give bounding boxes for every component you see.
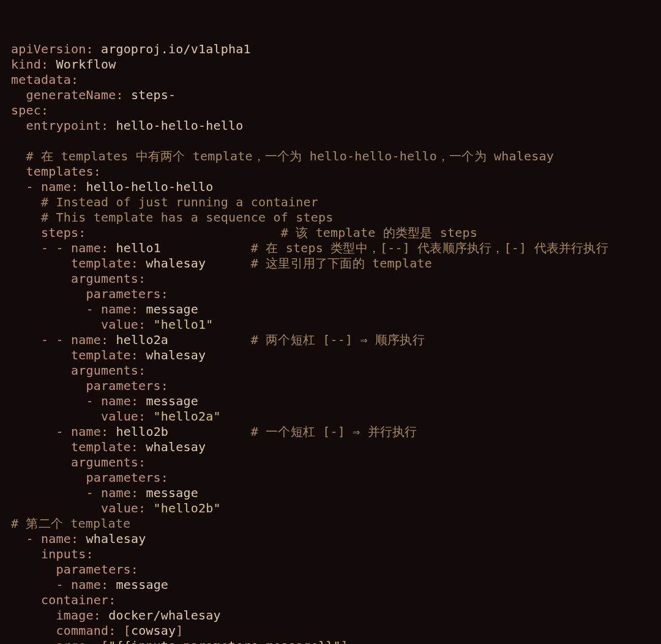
yaml-comment: # 该 template 的类型是 steps xyxy=(281,225,477,240)
code-line: apiVersion: argoproj.io/v1alpha1 xyxy=(11,42,251,56)
yaml-key: name: xyxy=(71,332,108,347)
code-line: arguments: xyxy=(11,363,146,378)
yaml-value: argoproj.io/v1alpha1 xyxy=(101,42,251,56)
code-line: parameters: xyxy=(11,470,168,485)
yaml-dash: - xyxy=(86,485,93,500)
yaml-value: hello2b xyxy=(116,424,168,439)
yaml-key: name: xyxy=(41,531,78,546)
yaml-comment: # 在 steps 类型中，[--] 代表顺序执行，[-] 代表并行执行 xyxy=(251,241,608,255)
yaml-key: name: xyxy=(101,394,138,408)
code-line: spec: xyxy=(11,103,48,118)
yaml-string: "hello2a" xyxy=(154,409,221,424)
yaml-value: whalesay xyxy=(146,440,206,454)
code-line: - - name: hello2a # 两个短杠 [--] ⇒ 顺序执行 xyxy=(11,332,425,347)
code-line: # This template has a sequence of steps xyxy=(11,210,333,225)
yaml-comment: # 两个短杠 [--] ⇒ 顺序执行 xyxy=(251,332,425,347)
code-line: # 第二个 template xyxy=(11,516,130,531)
code-line: - name: message xyxy=(11,577,168,592)
code-line: - - name: hello1 # 在 steps 类型中，[--] 代表顺序… xyxy=(11,241,608,255)
yaml-key: template: xyxy=(71,348,138,362)
yaml-key: template: xyxy=(71,256,138,271)
yaml-value: message xyxy=(146,485,198,500)
yaml-value: whalesay xyxy=(146,256,206,271)
yaml-key: args: xyxy=(56,638,93,644)
yaml-comment: # 这里引用了下面的 template xyxy=(251,256,432,271)
yaml-comment: # 在 templates 中有两个 template，一个为 hello-he… xyxy=(26,149,553,163)
yaml-value: steps- xyxy=(131,88,176,102)
code-block: apiVersion: argoproj.io/v1alpha1 kind: W… xyxy=(11,42,650,644)
yaml-value: message xyxy=(146,302,198,316)
bracket-open: [ xyxy=(124,623,131,638)
yaml-key: name: xyxy=(101,485,138,500)
bracket-open: [ xyxy=(101,638,108,644)
code-line: - name: whalesay xyxy=(11,531,146,546)
code-line: value: "hello2b" xyxy=(11,501,221,515)
yaml-dash: - xyxy=(56,424,63,439)
yaml-dash: - xyxy=(26,531,33,546)
yaml-key: steps: xyxy=(41,225,86,240)
yaml-key: value: xyxy=(101,317,146,332)
yaml-key: arguments: xyxy=(71,271,146,286)
yaml-value: hello-hello-hello xyxy=(116,118,243,133)
yaml-key: name: xyxy=(71,241,108,255)
yaml-key: inputs: xyxy=(41,547,94,561)
yaml-key: container: xyxy=(41,593,116,607)
yaml-key: templates: xyxy=(26,164,100,179)
yaml-key: name: xyxy=(71,424,108,439)
yaml-key: image: xyxy=(56,608,100,623)
code-line: # 在 templates 中有两个 template，一个为 hello-he… xyxy=(11,149,554,163)
code-line: parameters: xyxy=(11,562,138,577)
code-line: template: whalesay # 这里引用了下面的 template xyxy=(11,256,432,271)
code-line: steps: # 该 template 的类型是 steps xyxy=(11,225,477,240)
yaml-string: "hello1" xyxy=(154,317,214,332)
code-line: template: whalesay xyxy=(11,348,206,362)
yaml-comment: # 第二个 template xyxy=(11,516,130,531)
code-line: - name: hello-hello-hello xyxy=(11,179,214,194)
code-line: command: [cowsay] xyxy=(11,623,184,638)
yaml-key: name: xyxy=(101,302,138,316)
yaml-value: whalesay xyxy=(86,531,146,546)
yaml-key: generateName: xyxy=(26,88,123,102)
code-line: - name: hello2b # 一个短杠 [-] ⇒ 并行执行 xyxy=(11,424,417,439)
yaml-key: name: xyxy=(41,179,78,194)
code-line: parameters: xyxy=(11,286,168,301)
yaml-key: name: xyxy=(71,577,108,592)
yaml-key: parameters: xyxy=(56,562,138,577)
code-line: templates: xyxy=(11,164,101,179)
code-line: parameters: xyxy=(11,378,168,393)
yaml-value: message xyxy=(146,394,198,408)
yaml-key: arguments: xyxy=(71,363,146,378)
yaml-key: value: xyxy=(101,409,146,424)
yaml-value: message xyxy=(116,577,168,592)
yaml-key: parameters: xyxy=(86,286,168,301)
yaml-value: Workflow xyxy=(56,57,116,72)
code-line: args: ["{{inputs.parameters.message}}"] xyxy=(11,638,348,644)
yaml-dash: - xyxy=(86,394,93,408)
code-line: - name: message xyxy=(11,302,198,316)
yaml-dash: - - xyxy=(41,332,64,347)
code-line: image: docker/whalesay xyxy=(11,608,221,623)
code-line: inputs: xyxy=(11,547,94,561)
yaml-key: command: xyxy=(56,623,116,638)
yaml-key: template: xyxy=(71,440,138,454)
yaml-key: value: xyxy=(101,501,146,515)
yaml-comment: # This template has a sequence of steps xyxy=(41,210,333,225)
code-line: - name: message xyxy=(11,485,198,500)
yaml-value: hello1 xyxy=(116,241,160,255)
bracket-close: ] xyxy=(341,638,348,644)
blank-line xyxy=(11,133,18,148)
yaml-value: whalesay xyxy=(146,348,206,362)
yaml-value: hello2a xyxy=(116,332,168,347)
yaml-key: entrypoint: xyxy=(26,118,108,133)
code-line: value: "hello1" xyxy=(11,317,214,332)
yaml-comment: # Instead of just running a container xyxy=(41,195,318,209)
code-line: - name: message xyxy=(11,394,198,408)
yaml-key: spec: xyxy=(11,103,48,118)
yaml-string: "hello2b" xyxy=(154,501,221,515)
yaml-key: parameters: xyxy=(86,470,168,485)
yaml-string: "{{inputs.parameters.message}}" xyxy=(108,638,340,644)
code-line: arguments: xyxy=(11,455,146,470)
yaml-key: metadata: xyxy=(11,72,78,87)
yaml-key: parameters: xyxy=(86,378,168,393)
yaml-comment: # 一个短杠 [-] ⇒ 并行执行 xyxy=(251,424,417,439)
